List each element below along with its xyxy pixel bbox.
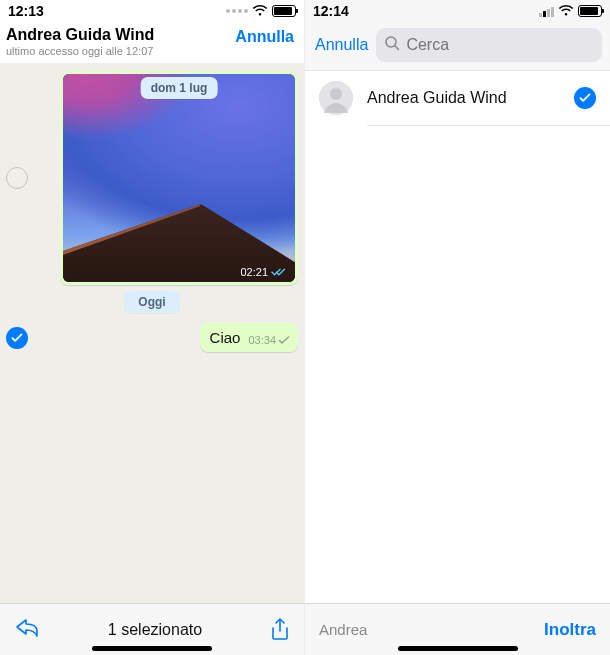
- date-chip: dom 1 lug: [141, 77, 218, 99]
- svg-point-2: [330, 88, 342, 100]
- status-indicators: [226, 5, 296, 17]
- cancel-button[interactable]: Annulla: [235, 28, 294, 46]
- chat-header-info: Andrea Guida Wind ultimo accesso oggi al…: [6, 26, 154, 57]
- selected-check-icon[interactable]: [574, 87, 596, 109]
- forward-picker-screen: 12:14 Annulla Andrea Guida Wind: [305, 0, 610, 655]
- image-time: 02:21: [240, 266, 268, 278]
- chat-selection-screen: 12:13 Andrea Guida Wind ultimo accesso o…: [0, 0, 305, 655]
- row-divider: [367, 125, 610, 126]
- chat-body[interactable]: dom 1 lug 02:21 Oggi: [0, 63, 304, 603]
- delivered-tick-icon: [278, 336, 290, 345]
- avatar-placeholder-icon: [319, 81, 353, 115]
- wifi-icon: [558, 5, 574, 17]
- day-separator-label: Oggi: [124, 291, 179, 313]
- forward-toolbar: Andrea Inoltra: [305, 603, 610, 655]
- status-time: 12:13: [8, 3, 44, 19]
- chat-subtitle: ultimo accesso oggi alle 12:07: [6, 45, 154, 57]
- selection-toolbar: 1 selezionato: [0, 603, 304, 655]
- chat-header: Andrea Guida Wind ultimo accesso oggi al…: [0, 22, 304, 63]
- contact-row[interactable]: Andrea Guida Wind: [305, 71, 610, 125]
- cancel-button[interactable]: Annulla: [315, 36, 368, 54]
- contact-name: Andrea Guida Wind: [367, 89, 560, 107]
- text-message-row[interactable]: Ciao 03:34: [6, 323, 298, 352]
- wifi-icon: [252, 5, 268, 17]
- message-time: 03:34: [248, 334, 276, 346]
- selection-circle-unchecked[interactable]: [6, 167, 28, 189]
- message-text: Ciao: [210, 329, 241, 346]
- cell-dots-icon: [226, 9, 248, 13]
- image-thumbnail[interactable]: 02:21: [63, 74, 295, 282]
- forward-button[interactable]: Inoltra: [544, 620, 596, 640]
- search-input[interactable]: [406, 36, 594, 54]
- contact-list[interactable]: Andrea Guida Wind: [305, 71, 610, 603]
- battery-icon: [272, 5, 296, 17]
- selection-circle-checked[interactable]: [6, 327, 28, 349]
- day-separator: Oggi: [6, 291, 298, 313]
- search-icon: [384, 35, 400, 55]
- status-indicators: [539, 5, 602, 17]
- image-meta: 02:21: [240, 266, 287, 278]
- status-bar: 12:14: [305, 0, 610, 22]
- text-message-bubble[interactable]: Ciao 03:34: [200, 323, 298, 352]
- selection-count: 1 selezionato: [108, 621, 202, 639]
- selected-names: Andrea: [319, 621, 367, 638]
- search-field[interactable]: [376, 28, 602, 62]
- image-message-bubble[interactable]: dom 1 lug 02:21: [60, 71, 298, 285]
- chat-title: Andrea Guida Wind: [6, 26, 154, 44]
- status-bar: 12:13: [0, 0, 304, 22]
- image-message-row[interactable]: dom 1 lug 02:21: [6, 71, 298, 285]
- forward-icon-button[interactable]: [14, 619, 40, 641]
- cell-bars-icon: [539, 6, 554, 17]
- home-indicator[interactable]: [398, 646, 518, 651]
- message-meta: 03:34: [248, 334, 290, 346]
- battery-icon: [578, 5, 602, 17]
- picker-header: Annulla: [305, 22, 610, 71]
- status-time: 12:14: [313, 3, 349, 19]
- share-icon-button[interactable]: [270, 618, 290, 642]
- read-ticks-icon: [271, 267, 287, 277]
- home-indicator[interactable]: [92, 646, 212, 651]
